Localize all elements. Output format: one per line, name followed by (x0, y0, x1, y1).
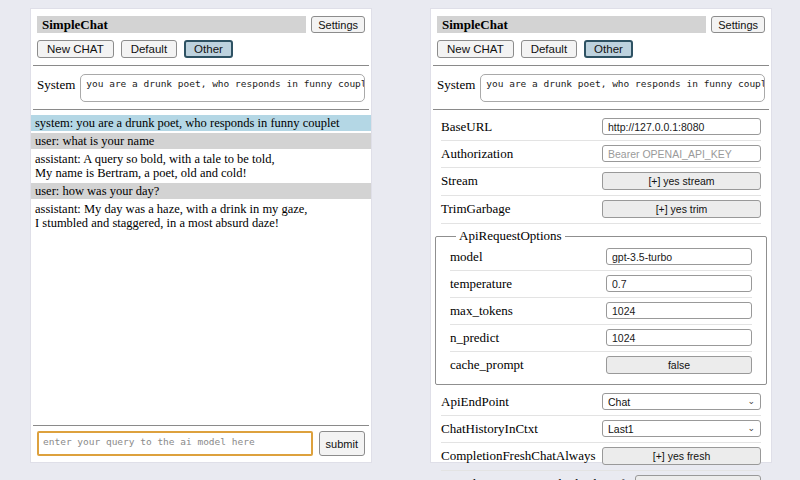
model-input[interactable] (606, 248, 752, 265)
chat-panel: SimpleChat Settings New CHAT Default Oth… (30, 8, 372, 463)
divider (433, 65, 769, 66)
setting-row-stream: Stream [+] yes stream (441, 168, 761, 196)
apiendpoint-label: ApiEndPoint (441, 394, 509, 410)
setting-row-cache-prompt: cache_prompt false (450, 352, 752, 379)
system-prompt-row: System you are a drunk poet, who respond… (437, 74, 765, 102)
header: SimpleChat Settings (37, 16, 365, 33)
setting-row-model: model (450, 244, 752, 271)
stream-toggle-button[interactable]: [+] yes stream (602, 172, 761, 190)
temperature-label: temperature (450, 276, 512, 292)
system-prompt-row: System you are a drunk poet, who respond… (37, 74, 365, 102)
new-chat-button[interactable]: New CHAT (437, 40, 514, 58)
query-row: submit (37, 431, 365, 456)
trimgarbage-label: TrimGarbage (441, 201, 511, 217)
system-label: System (437, 74, 475, 102)
session-buttons: New CHAT Default Other (437, 40, 765, 58)
session-tab-default[interactable]: Default (521, 40, 577, 58)
setting-row-trimgarbage: TrimGarbage [+] yes trim (441, 196, 761, 224)
chathistory-select[interactable]: Last1 ⌄ (602, 420, 761, 437)
chevron-down-icon: ⌄ (747, 424, 755, 433)
session-tab-other[interactable]: Other (184, 40, 233, 58)
chat-message-user: user: what is your name (31, 133, 371, 149)
chathistory-selected-value: Last1 (608, 423, 634, 435)
settings-panel: SimpleChat Settings New CHAT Default Oth… (430, 8, 772, 463)
chat-message-list: system: you are a drunk poet, who respon… (31, 115, 371, 233)
session-buttons: New CHAT Default Other (37, 40, 365, 58)
divider (33, 425, 369, 426)
divider (33, 109, 369, 110)
trimgarbage-toggle-button[interactable]: [+] yes trim (602, 200, 761, 218)
api-request-options-fieldset: ApiRequestOptions model temperature max_… (435, 228, 767, 385)
cache-prompt-label: cache_prompt (450, 357, 524, 373)
system-prompt-input[interactable]: you are a drunk poet, who responds in fu… (80, 74, 365, 102)
n-predict-input[interactable] (606, 329, 752, 346)
completion-fresh-label: CompletionFreshChatAlways (441, 448, 596, 464)
fieldset-legend: ApiRequestOptions (456, 228, 565, 244)
completion-insert-toggle-button[interactable]: [-] dont insert (635, 475, 761, 480)
settings-button[interactable]: Settings (711, 16, 765, 33)
chathistory-label: ChatHistoryInCtxt (441, 421, 538, 437)
session-tab-default[interactable]: Default (121, 40, 177, 58)
chat-message-assistant: assistant: A query so bold, with a tale … (31, 151, 371, 181)
setting-row-apiendpoint: ApiEndPoint Chat ⌄ (441, 389, 761, 416)
completion-insert-label: CompletionInsertStandardRolePrefix (441, 476, 635, 480)
completion-fresh-toggle-button[interactable]: [+] yes fresh (602, 447, 761, 465)
chat-message-user: user: how was your day? (31, 183, 371, 199)
app-title: SimpleChat (437, 16, 706, 33)
setting-row-temperature: temperature (450, 271, 752, 298)
divider (433, 109, 769, 110)
setting-row-authorization: Authorization (441, 141, 761, 168)
setting-row-completion-fresh: CompletionFreshChatAlways [+] yes fresh (441, 443, 761, 471)
chevron-down-icon: ⌄ (747, 397, 755, 406)
spacer (31, 233, 371, 418)
divider (33, 65, 369, 66)
setting-row-chathistory: ChatHistoryInCtxt Last1 ⌄ (441, 416, 761, 443)
apiendpoint-select[interactable]: Chat ⌄ (602, 393, 761, 410)
session-tab-other[interactable]: Other (584, 40, 633, 58)
authorization-input[interactable] (602, 145, 761, 162)
setting-row-max-tokens: max_tokens (450, 298, 752, 325)
setting-row-completion-insert: CompletionInsertStandardRolePrefix [-] d… (441, 471, 761, 480)
max-tokens-input[interactable] (606, 302, 752, 319)
model-label: model (450, 249, 483, 265)
max-tokens-label: max_tokens (450, 303, 513, 319)
authorization-label: Authorization (441, 146, 513, 162)
n-predict-label: n_predict (450, 330, 499, 346)
settings-list: BaseURL Authorization Stream [+] yes str… (431, 114, 771, 480)
query-input[interactable] (37, 431, 313, 456)
submit-button[interactable]: submit (319, 431, 365, 456)
apiendpoint-selected-value: Chat (608, 396, 630, 408)
stream-label: Stream (441, 173, 478, 189)
system-prompt-input[interactable]: you are a drunk poet, who responds in fu… (480, 74, 765, 102)
cache-prompt-toggle-button[interactable]: false (606, 356, 752, 374)
settings-button[interactable]: Settings (311, 16, 365, 33)
new-chat-button[interactable]: New CHAT (37, 40, 114, 58)
chat-message-system: system: you are a drunk poet, who respon… (31, 115, 371, 131)
temperature-input[interactable] (606, 275, 752, 292)
system-label: System (37, 74, 75, 102)
setting-row-baseurl: BaseURL (441, 114, 761, 141)
baseurl-label: BaseURL (441, 119, 492, 135)
chat-message-assistant: assistant: My day was a haze, with a dri… (31, 201, 371, 231)
setting-row-n-predict: n_predict (450, 325, 752, 352)
header: SimpleChat Settings (437, 16, 765, 33)
baseurl-input[interactable] (602, 118, 761, 135)
app-title: SimpleChat (37, 16, 306, 33)
